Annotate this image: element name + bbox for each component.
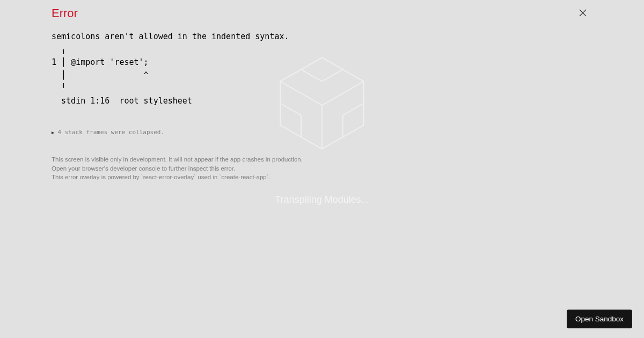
transpiling-status: Transpiling Modules... <box>275 194 369 205</box>
close-button[interactable] <box>577 8 588 19</box>
error-title: Error <box>52 6 592 20</box>
open-sandbox-button[interactable]: Open Sandbox <box>567 310 632 328</box>
close-icon <box>579 8 587 19</box>
chevron-right-icon: ▶ <box>52 130 54 135</box>
footer-line: Open your browser's developer console to… <box>52 164 592 173</box>
footer-line: This screen is visible only in developme… <box>52 155 592 164</box>
stack-collapse-label: 4 stack frames were collapsed. <box>57 129 164 136</box>
error-message: semicolons aren't allowed in the indente… <box>52 30 592 107</box>
footer-line: This error overlay is powered by `react-… <box>52 173 592 182</box>
error-overlay: Error semicolons aren't allowed in the i… <box>0 0 644 182</box>
stack-frames-toggle[interactable]: ▶ 4 stack frames were collapsed. <box>52 129 592 136</box>
error-footer: This screen is visible only in developme… <box>52 155 592 182</box>
